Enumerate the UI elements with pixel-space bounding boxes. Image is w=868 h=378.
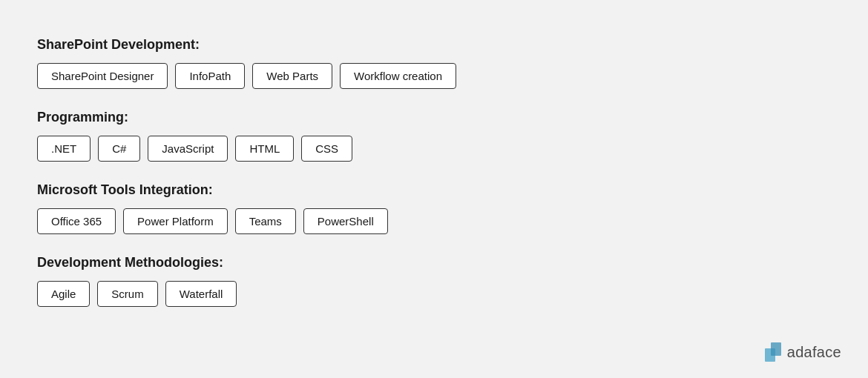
section-dev-methodologies: Development Methodologies:AgileScrumWate… <box>37 255 831 307</box>
tag-microsoft-tools-2: Teams <box>235 208 296 234</box>
tags-row-dev-methodologies: AgileScrumWaterfall <box>37 281 831 307</box>
section-title-programming: Programming: <box>37 110 831 125</box>
tag-programming-3: HTML <box>235 136 294 162</box>
adaface-brand-text: adaface <box>787 344 841 361</box>
tags-row-microsoft-tools: Office 365Power PlatformTeamsPowerShell <box>37 208 831 234</box>
tag-dev-methodologies-1: Scrum <box>97 281 157 307</box>
tag-microsoft-tools-3: PowerShell <box>303 208 388 234</box>
tag-programming-0: .NET <box>37 136 91 162</box>
main-content: SharePoint Development:SharePoint Design… <box>0 0 868 357</box>
section-title-dev-methodologies: Development Methodologies: <box>37 255 831 271</box>
tags-row-sharepoint-development: SharePoint DesignerInfoPathWeb PartsWork… <box>37 63 831 89</box>
tag-programming-2: JavaScript <box>148 136 228 162</box>
section-programming: Programming:.NETC#JavaScriptHTMLCSS <box>37 110 831 162</box>
section-sharepoint-development: SharePoint Development:SharePoint Design… <box>37 37 831 89</box>
tags-row-programming: .NETC#JavaScriptHTMLCSS <box>37 136 831 162</box>
tag-programming-4: CSS <box>301 136 352 162</box>
tag-dev-methodologies-2: Waterfall <box>165 281 237 307</box>
adaface-logo-icon <box>765 342 781 362</box>
tag-sharepoint-development-0: SharePoint Designer <box>37 63 168 89</box>
branding: adaface <box>765 342 841 362</box>
tag-sharepoint-development-3: Workflow creation <box>340 63 456 89</box>
tag-dev-methodologies-0: Agile <box>37 281 90 307</box>
tag-sharepoint-development-1: InfoPath <box>175 63 245 89</box>
tag-sharepoint-development-2: Web Parts <box>252 63 332 89</box>
tag-microsoft-tools-1: Power Platform <box>123 208 228 234</box>
section-title-microsoft-tools: Microsoft Tools Integration: <box>37 182 831 198</box>
tag-programming-1: C# <box>98 136 140 162</box>
tag-microsoft-tools-0: Office 365 <box>37 208 116 234</box>
svg-rect-1 <box>771 342 781 356</box>
section-microsoft-tools: Microsoft Tools Integration:Office 365Po… <box>37 182 831 234</box>
section-title-sharepoint-development: SharePoint Development: <box>37 37 831 53</box>
